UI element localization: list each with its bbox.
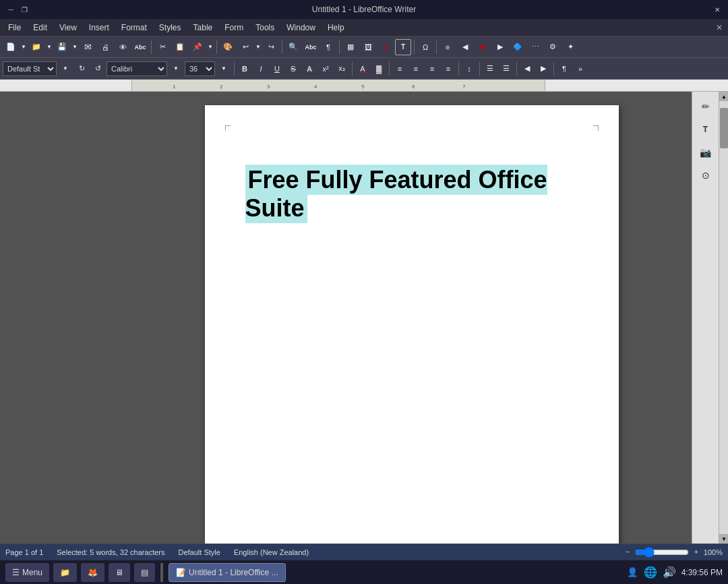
sidebar-media-btn[interactable]: 📷	[696, 143, 715, 162]
taskbar-menu-button[interactable]: ☰ Menu	[5, 563, 49, 582]
indent-increase-button[interactable]: ▶	[536, 61, 551, 76]
network-icon[interactable]: 🌐	[644, 566, 657, 579]
char-highlight-button[interactable]: ▓	[371, 61, 386, 76]
draw-button[interactable]: 🔷	[510, 39, 526, 55]
taskbar-terminal-button[interactable]: 🖥	[109, 563, 130, 582]
close-button[interactable]: ✕	[712, 4, 723, 15]
print-button[interactable]: 🖨	[97, 39, 113, 55]
char-color-button[interactable]: A	[355, 61, 370, 76]
scroll-down-button[interactable]: ▼	[719, 534, 728, 544]
subscript-button[interactable]: x₂	[334, 61, 349, 76]
taskbar-files-button[interactable]: 📁	[53, 563, 77, 582]
size-dropdown-btn[interactable]: ▼	[216, 61, 231, 76]
superscript-button[interactable]: x²	[318, 61, 333, 76]
list-unordered-button[interactable]: ☰	[483, 61, 497, 76]
nav-prev-button[interactable]: ◀	[457, 39, 473, 55]
menu-insert[interactable]: Insert	[84, 22, 115, 34]
paragraph-style-select[interactable]: Default St	[3, 61, 57, 76]
italic-button[interactable]: I	[253, 61, 268, 76]
vertical-scrollbar[interactable]: ▲ ▼	[719, 92, 728, 544]
menu-window[interactable]: Window	[281, 22, 321, 34]
style-dropdown-btn[interactable]: ▼	[58, 61, 73, 76]
open-dropdown-button[interactable]: ▼	[46, 39, 53, 55]
scroll-up-button[interactable]: ▲	[719, 92, 728, 101]
taskbar-app-button[interactable]: ▤	[134, 563, 155, 582]
menu-tools[interactable]: Tools	[250, 22, 280, 34]
zoom-out-button[interactable]: −	[626, 548, 630, 556]
undo-button[interactable]: ↩	[237, 39, 253, 55]
toolbar-extra1[interactable]: ⚙	[545, 39, 561, 55]
document-text-area[interactable]: Free Fully Featured Office Suite	[245, 166, 578, 223]
image-button[interactable]: 🖼	[360, 39, 376, 55]
sidebar-style-btn[interactable]: ✏	[696, 97, 715, 116]
table-button[interactable]: ▦	[342, 39, 359, 55]
menu-format[interactable]: Format	[116, 22, 152, 34]
style-cycle-btn[interactable]: ↻	[74, 61, 89, 76]
cut-button[interactable]: ✂	[154, 39, 171, 55]
strikethrough-button[interactable]: S	[286, 61, 301, 76]
taskbar-avatar-button[interactable]: 👤	[627, 567, 638, 577]
textbox-button[interactable]: T	[395, 39, 411, 55]
close-x-right[interactable]: ✕	[716, 23, 725, 32]
nav-target-button[interactable]: ◆	[475, 39, 491, 55]
sidebar-text-btn[interactable]: T	[696, 120, 715, 139]
toolbar-extra2[interactable]: ✦	[562, 39, 578, 55]
document-page[interactable]: Free Fully Featured Office Suite	[205, 105, 619, 544]
align-left-button[interactable]: ≡	[392, 61, 407, 76]
list-ordered-button[interactable]: ☰	[499, 61, 514, 76]
paragraph-button[interactable]: ¶	[557, 61, 572, 76]
menu-view[interactable]: View	[54, 22, 82, 34]
more-button[interactable]: ⋯	[527, 39, 543, 55]
justify-button[interactable]: ≡	[441, 61, 456, 76]
bold-button[interactable]: B	[237, 61, 252, 76]
fields-button[interactable]: ≡	[439, 39, 456, 55]
indent-decrease-button[interactable]: ◀	[520, 61, 535, 76]
align-right-button[interactable]: ≡	[425, 61, 439, 76]
shadow-button[interactable]: A	[302, 61, 317, 76]
taskbar-firefox-button[interactable]: 🦊	[81, 563, 104, 582]
selected-text[interactable]: Free Fully Featured Office Suite	[245, 165, 547, 223]
align-center-button[interactable]: ≡	[408, 61, 423, 76]
sidebar-options-btn[interactable]: ⊙	[696, 166, 715, 185]
save-dropdown-button[interactable]: ▼	[71, 39, 78, 55]
copy-button[interactable]: 📋	[172, 39, 188, 55]
document-area[interactable]: Free Fully Featured Office Suite	[131, 92, 692, 544]
new-dropdown-button[interactable]: ▼	[20, 39, 27, 55]
update-style-btn[interactable]: ↺	[90, 61, 105, 76]
print-preview-button[interactable]: 👁	[115, 39, 131, 55]
minimize-button[interactable]: ─	[5, 4, 16, 15]
menu-table[interactable]: Table	[188, 22, 218, 34]
restore-button[interactable]: ❐	[19, 4, 30, 15]
more-formatting-button[interactable]: »	[573, 61, 588, 76]
scroll-track[interactable]	[719, 101, 728, 534]
underline-button[interactable]: U	[270, 61, 284, 76]
volume-icon[interactable]: 🔊	[663, 566, 676, 579]
undo-dropdown-button[interactable]: ▼	[255, 39, 262, 55]
line-spacing-button[interactable]: ↕	[462, 61, 477, 76]
new-button[interactable]: 📄	[3, 39, 19, 55]
menu-help[interactable]: Help	[322, 22, 350, 34]
zoom-slider[interactable]	[635, 547, 689, 558]
spellcheck2-button[interactable]: Abc	[303, 39, 319, 55]
menu-form[interactable]: Form	[219, 22, 249, 34]
nav-next-button[interactable]: ▶	[492, 39, 508, 55]
special-char-button[interactable]: Ω	[417, 39, 433, 55]
special1-button[interactable]: 🎨	[220, 39, 236, 55]
menu-edit[interactable]: Edit	[28, 22, 53, 34]
scroll-thumb[interactable]	[720, 108, 728, 148]
menu-file[interactable]: File	[3, 22, 26, 34]
font-name-select[interactable]: Calibri	[107, 61, 167, 76]
email-button[interactable]: ✉	[80, 39, 96, 55]
redo-button[interactable]: ↪	[263, 39, 279, 55]
format-marks-button[interactable]: ¶	[320, 39, 336, 55]
taskbar-writer-button[interactable]: 📝 Untitled 1 - LibreOffice ...	[169, 563, 286, 582]
spellcheck-button[interactable]: Abc	[132, 39, 148, 55]
save-button[interactable]: 💾	[54, 39, 70, 55]
font-size-select[interactable]: 36	[185, 61, 215, 76]
find-button[interactable]: 🔍	[285, 39, 301, 55]
gallery-button[interactable]: ●	[377, 39, 394, 55]
open-button[interactable]: 📁	[28, 39, 44, 55]
paste-dropdown-button[interactable]: ▼	[207, 39, 214, 55]
menu-styles[interactable]: Styles	[154, 22, 187, 34]
paste-button[interactable]: 📌	[189, 39, 206, 55]
